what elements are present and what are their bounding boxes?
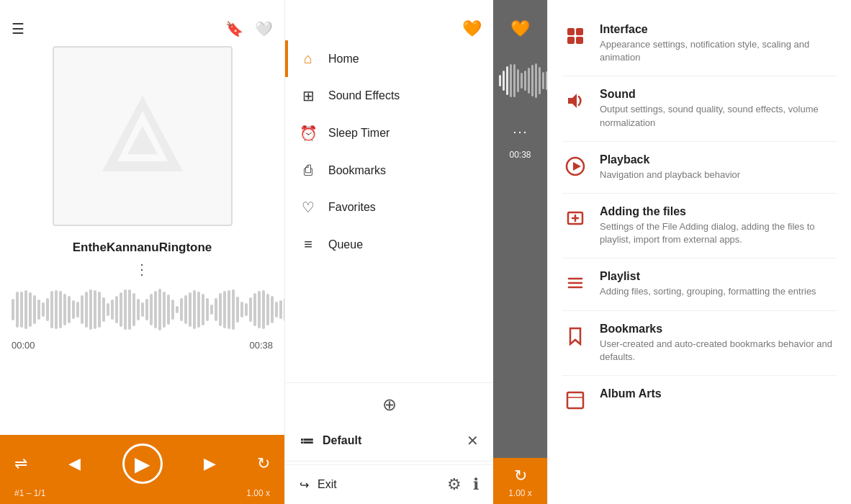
add-icon: ⊕ xyxy=(382,395,397,415)
menu-footer: ↪ Exit ⚙ ℹ xyxy=(285,464,493,504)
menu-item-queue[interactable]: ≡Queue xyxy=(285,226,493,263)
favorites-label: Favorites xyxy=(328,201,376,214)
sound-effects-label: Sound Effects xyxy=(328,89,400,102)
waveform-bars xyxy=(12,288,273,331)
playlist-name: Default xyxy=(323,434,361,447)
menu-item-home[interactable]: ⌂Home xyxy=(285,40,493,77)
settings-item-adding-files[interactable]: Adding the filesSettings of the File Add… xyxy=(548,194,851,258)
sound-text: SoundOutput settings, sound quality, sou… xyxy=(600,88,837,129)
menu-heart-icon[interactable]: 🧡 xyxy=(462,19,482,38)
hamburger-icon[interactable]: ☰ xyxy=(12,20,24,37)
sound-effects-icon: ⊞ xyxy=(300,87,317,104)
menu-footer-exit[interactable]: ↪ Exit xyxy=(300,478,337,492)
track-info: #1 – 1/1 xyxy=(14,488,45,498)
home-icon: ⌂ xyxy=(300,50,317,67)
settings-item-playback[interactable]: PlaybackNavigation and playback behavior xyxy=(548,142,851,193)
playback-settings-icon xyxy=(562,153,588,179)
interface-text: InterfaceAppearance settings, notificati… xyxy=(600,23,837,64)
sleep-timer-icon: ⏰ xyxy=(300,125,317,142)
adding-files-desc: Settings of the File Adding dialog, addi… xyxy=(600,220,837,246)
controls-bar: ⇌ ◀ ▶ ▶ ↻ #1 – 1/1 1.00 x xyxy=(0,435,284,504)
album-arts-settings-icon xyxy=(562,387,588,413)
favorites-icon: ♡ xyxy=(300,199,317,216)
bookmarks-title: Bookmarks xyxy=(600,323,837,336)
collapsed-panel: 🧡 ⋮ 00:38 ↻ 1.00 x xyxy=(493,0,547,504)
queue-label: Queue xyxy=(328,238,363,251)
exit-icon: ↪ xyxy=(300,478,309,492)
interface-settings-icon xyxy=(562,23,588,49)
settings-item-interface[interactable]: InterfaceAppearance settings, notificati… xyxy=(548,12,851,76)
playlist-title: Playlist xyxy=(600,270,837,283)
playlist-close-button[interactable]: ✕ xyxy=(467,432,479,449)
player-panel: ☰ 🔖 🤍 EntheKannanuRingtone ⋮ 00:00 00:38… xyxy=(0,0,284,504)
sound-desc: Output settings, sound quality, sound ef… xyxy=(600,103,837,129)
bookmark-icon[interactable]: 🔖 xyxy=(225,20,243,37)
more-options-button[interactable]: ⋮ xyxy=(135,261,150,278)
queue-icon: ≡ xyxy=(300,236,317,253)
adding-files-settings-icon xyxy=(562,205,588,231)
menu-item-sleep-timer[interactable]: ⏰Sleep Timer xyxy=(285,114,493,152)
exit-label: Exit xyxy=(318,478,337,491)
playlist-desc: Adding files, sorting, grouping, formatt… xyxy=(600,285,837,298)
collapsed-heart-icon[interactable]: 🧡 xyxy=(510,19,530,38)
bookmarks-text: BookmarksUser-created and auto-created b… xyxy=(600,323,837,364)
album-arts-title: Album Arts xyxy=(600,387,837,400)
bookmarks-settings-icon xyxy=(562,323,588,348)
next-button[interactable]: ▶ xyxy=(204,454,216,473)
time-start: 00:00 xyxy=(12,340,35,351)
menu-item-sound-effects[interactable]: ⊞Sound Effects xyxy=(285,77,493,114)
menu-divider-1 xyxy=(285,382,493,383)
svg-marker-9 xyxy=(573,162,581,171)
sleep-timer-label: Sleep Timer xyxy=(328,127,390,140)
play-button[interactable]: ▶ xyxy=(122,444,163,484)
playlist-text: PlaylistAdding files, sorting, grouping,… xyxy=(600,270,837,298)
playback-desc: Navigation and playback behavior xyxy=(600,168,837,181)
player-topbar: ☰ 🔖 🤍 xyxy=(0,0,284,40)
menu-panel: 🧡 ⌂Home⊞Sound Effects⏰Sleep Timer⎙Bookma… xyxy=(284,0,493,504)
menu-item-bookmarks[interactable]: ⎙Bookmarks xyxy=(285,152,493,189)
add-playlist-button[interactable]: ⊕ xyxy=(285,386,493,423)
time-row: 00:00 00:38 xyxy=(0,338,284,352)
svg-rect-6 xyxy=(576,37,583,44)
settings-icon[interactable]: ⚙ xyxy=(447,475,461,494)
collapsed-waveform xyxy=(499,52,542,109)
playback-text: PlaybackNavigation and playback behavior xyxy=(600,153,837,181)
settings-item-sound[interactable]: SoundOutput settings, sound quality, sou… xyxy=(548,76,851,140)
player-topbar-icons: 🔖 🤍 xyxy=(225,20,273,37)
playlist-icon: ≔ xyxy=(300,432,314,449)
menu-footer-icons: ⚙ ℹ xyxy=(447,475,479,494)
sound-title: Sound xyxy=(600,88,837,101)
collapsed-time: 00:38 xyxy=(509,150,531,160)
time-end: 00:38 xyxy=(249,340,273,351)
collapsed-repeat-icon[interactable]: ↻ xyxy=(514,467,527,485)
album-arts-text: Album Arts xyxy=(600,387,837,402)
menu-item-favorites[interactable]: ♡Favorites xyxy=(285,189,493,226)
heart-icon[interactable]: 🤍 xyxy=(255,20,273,37)
speed-label: 1.00 x xyxy=(246,488,270,498)
settings-item-bookmarks[interactable]: BookmarksUser-created and auto-created b… xyxy=(548,311,851,375)
svg-rect-5 xyxy=(567,37,575,44)
home-label: Home xyxy=(328,53,359,66)
collapsed-more-icon[interactable]: ⋮ xyxy=(512,125,529,140)
playlist-item: ≔ Default ✕ xyxy=(285,423,493,458)
svg-rect-4 xyxy=(576,28,583,35)
adding-files-title: Adding the files xyxy=(600,205,837,218)
repeat-button[interactable]: ↻ xyxy=(257,454,270,473)
menu-divider-2 xyxy=(285,461,493,462)
menu-topbar: 🧡 xyxy=(285,0,493,40)
info-icon[interactable]: ℹ xyxy=(473,475,479,494)
shuffle-button[interactable]: ⇌ xyxy=(14,454,27,473)
bookmarks-icon: ⎙ xyxy=(300,162,317,179)
svg-rect-3 xyxy=(567,28,575,35)
settings-item-playlist[interactable]: PlaylistAdding files, sorting, grouping,… xyxy=(548,258,851,310)
bookmarks-desc: User-created and auto-created bookmarks … xyxy=(600,338,837,364)
menu-items-list: ⌂Home⊞Sound Effects⏰Sleep Timer⎙Bookmark… xyxy=(285,40,493,379)
adding-files-text: Adding the filesSettings of the File Add… xyxy=(600,205,837,246)
settings-item-album-arts[interactable]: Album Arts xyxy=(548,376,851,425)
prev-button[interactable]: ◀ xyxy=(68,454,81,473)
collapsed-speed: 1.00 x xyxy=(508,488,532,498)
track-title: EntheKannanuRingtone xyxy=(12,240,273,255)
controls-row: ⇌ ◀ ▶ ▶ ↻ xyxy=(14,444,270,484)
interface-desc: Appearance settings, notification style,… xyxy=(600,38,837,64)
waveform[interactable] xyxy=(12,288,273,331)
